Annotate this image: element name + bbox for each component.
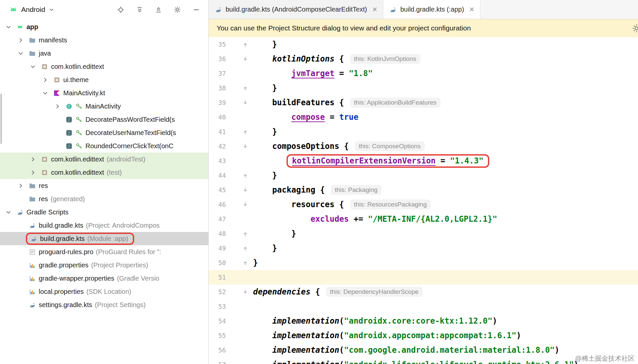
editor-tab-1[interactable]: build.gradle.kts (AndroidComposeClearEdi… bbox=[209, 0, 383, 19]
fold-marker-icon[interactable] bbox=[226, 100, 253, 106]
properties-icon bbox=[29, 275, 36, 282]
code-line-39[interactable]: 39 buildFeatures {this: ApplicationBuild… bbox=[209, 95, 638, 110]
tree-chevron-icon[interactable] bbox=[30, 60, 41, 73]
inlay-hint: this: ApplicationBuildFeatures bbox=[350, 98, 441, 108]
project-view-selector[interactable]: Android bbox=[9, 6, 54, 14]
tree-chevron-icon[interactable] bbox=[5, 20, 17, 33]
tree-item-manifests[interactable]: manifests bbox=[0, 33, 208, 47]
tree-chevron-icon[interactable] bbox=[54, 100, 66, 113]
code-line-43[interactable]: 43 kotlinCompilerExtensionVersion = "1.4… bbox=[209, 154, 638, 168]
code-line-57[interactable]: 57 implementation("androidx.lifecycle:li… bbox=[209, 357, 638, 364]
line-number: 35 bbox=[209, 37, 226, 52]
banner-settings-gear-icon[interactable] bbox=[632, 24, 638, 33]
inlay-hint: this: Packaging bbox=[331, 185, 382, 195]
fold-marker-icon[interactable] bbox=[226, 289, 253, 295]
tree-item-annotation: (generated) bbox=[51, 195, 85, 203]
tree-scrollbar[interactable] bbox=[0, 94, 2, 144]
key-icon bbox=[76, 103, 82, 110]
notification-banner: You can use the Project Structure dialog… bbox=[209, 19, 638, 37]
fold-marker-icon[interactable] bbox=[226, 56, 253, 62]
fold-marker-icon[interactable] bbox=[226, 260, 253, 266]
code-line-41[interactable]: 41 } bbox=[209, 124, 638, 139]
code-line-48[interactable]: 48 } bbox=[209, 226, 638, 241]
tree-item-decoratepasswordtextfield-s[interactable]: fDecoratePassWordTextField(s bbox=[0, 113, 208, 126]
code-editor[interactable]: 35 }36 kotlinOptions {this: KotlinJvmOpt… bbox=[209, 37, 638, 364]
code-line-52[interactable]: 52dependencies {this: DependencyHandlerS… bbox=[209, 285, 638, 299]
code-line-51[interactable]: 51 bbox=[209, 270, 638, 285]
code-line-37[interactable]: 37 jvmTarget = "1.8" bbox=[209, 66, 638, 81]
fold-marker-icon[interactable] bbox=[226, 172, 253, 179]
tree-item-gradle-wrapper.properties[interactable]: gradle-wrapper.properties(Gradle Versio bbox=[0, 272, 208, 285]
code-line-40[interactable]: 40 compose = true bbox=[209, 110, 638, 124]
tree-item-settings.gradle.kts[interactable]: settings.gradle.kts(Project Settings) bbox=[0, 298, 208, 311]
code-line-45[interactable]: 45 packaging {this: Packaging bbox=[209, 183, 638, 197]
code-line-42[interactable]: 42 composeOptions {this: ComposeOptions bbox=[209, 139, 638, 154]
code-line-49[interactable]: 49 } bbox=[209, 241, 638, 255]
code-line-53[interactable]: 53 bbox=[209, 299, 638, 314]
fold-marker-icon[interactable] bbox=[226, 143, 253, 150]
fold-marker-icon[interactable] bbox=[226, 41, 253, 48]
code-line-36[interactable]: 36 kotlinOptions {this: KotlinJvmOptions bbox=[209, 52, 638, 66]
line-number: 56 bbox=[209, 343, 226, 357]
tree-chevron-icon[interactable] bbox=[30, 153, 41, 166]
code-line-38[interactable]: 38 } bbox=[209, 81, 638, 95]
fold-marker-icon[interactable] bbox=[226, 85, 253, 91]
tree-item-proguard-rules.pro[interactable]: proguard-rules.pro(ProGuard Rules for ": bbox=[0, 245, 208, 258]
code-line-35[interactable]: 35 } bbox=[209, 37, 638, 52]
code-line-55[interactable]: 55 implementation("androidx.appcompat:ap… bbox=[209, 328, 638, 343]
tree-item-label: manifests bbox=[39, 36, 67, 44]
tree-item-app[interactable]: app bbox=[0, 20, 208, 33]
tree-chevron-icon[interactable] bbox=[5, 205, 17, 219]
editor-tab-2[interactable]: build.gradle.kts (:app)× bbox=[383, 0, 480, 19]
package-icon bbox=[41, 156, 48, 163]
tree-chevron-icon[interactable] bbox=[18, 47, 29, 60]
collapse-all-icon[interactable] bbox=[155, 6, 162, 13]
fold-marker-icon[interactable] bbox=[226, 231, 253, 237]
tree-chevron-icon[interactable] bbox=[42, 86, 53, 100]
tree-chevron-spacer bbox=[54, 139, 66, 153]
close-tab-icon[interactable]: × bbox=[372, 5, 377, 14]
tree-item-mainactivity.kt[interactable]: MainActivity.kt bbox=[0, 86, 208, 100]
tree-item-com.kotlin.edittext[interactable]: com.kotlin.edittext(test) bbox=[0, 166, 208, 179]
code-line-46[interactable]: 46 resources {this: ResourcesPackaging bbox=[209, 197, 638, 212]
code-line-54[interactable]: 54 implementation("androidx.core:core-kt… bbox=[209, 314, 638, 328]
tree-item-com.kotlin.edittext[interactable]: com.kotlin.edittext bbox=[0, 60, 208, 73]
expand-all-icon[interactable] bbox=[136, 6, 143, 13]
hide-panel-icon[interactable] bbox=[193, 6, 200, 13]
tree-item-build.gradle.kts[interactable]: build.gradle.kts(Project: AndroidCompos bbox=[0, 219, 208, 232]
tree-chevron-icon[interactable] bbox=[30, 166, 41, 179]
tree-item-mainactivity[interactable]: CMainActivity bbox=[0, 100, 208, 113]
code-line-50[interactable]: 50} bbox=[209, 255, 638, 270]
tree-item-label: res bbox=[39, 195, 48, 203]
tree-item-java[interactable]: java bbox=[0, 47, 208, 60]
tree-item-gradle-scripts[interactable]: Gradle Scripts bbox=[0, 205, 208, 219]
locate-file-icon[interactable] bbox=[117, 6, 124, 13]
tree-item-com.kotlin.edittext[interactable]: com.kotlin.edittext(androidTest) bbox=[0, 153, 208, 166]
line-number: 37 bbox=[209, 66, 226, 81]
fold-marker-icon[interactable] bbox=[226, 129, 253, 135]
tree-chevron-icon[interactable] bbox=[42, 73, 53, 86]
tree-item-label: DecorateUserNameTextField(s bbox=[85, 129, 176, 137]
tree-item-label: app bbox=[27, 23, 38, 31]
fold-marker-icon[interactable] bbox=[226, 245, 253, 251]
tree-item-gradle.properties[interactable]: gradle.properties(Project Properties) bbox=[0, 258, 208, 272]
tree-item-res[interactable]: res(generated) bbox=[0, 192, 208, 205]
settings-gear-icon[interactable] bbox=[174, 6, 181, 13]
fold-marker-icon[interactable] bbox=[226, 187, 253, 193]
tree-item-local.properties[interactable]: local.properties(SDK Location) bbox=[0, 285, 208, 298]
tree-item-build.gradle.kts[interactable]: build.gradle.kts(Module :app) bbox=[0, 232, 208, 245]
tree-item-res[interactable]: res bbox=[0, 179, 208, 192]
code-line-47[interactable]: 47 excludes += "/META-INF/{AL2.0,LGPL2.1… bbox=[209, 212, 638, 226]
tree-item-ui.theme[interactable]: ui.theme bbox=[0, 73, 208, 86]
close-tab-icon[interactable]: × bbox=[469, 5, 474, 14]
code-line-44[interactable]: 44 } bbox=[209, 168, 638, 183]
tree-item-roundedcornerclicktext-onc[interactable]: fRoundedCornerClickText(onC bbox=[0, 139, 208, 153]
tree-chevron-icon[interactable] bbox=[18, 179, 29, 192]
code-line-56[interactable]: 56 implementation("com.google.android.ma… bbox=[209, 343, 638, 357]
tree-item-decorateusernametextfield-s[interactable]: fDecorateUserNameTextField(s bbox=[0, 126, 208, 139]
fold-marker-icon[interactable] bbox=[226, 202, 253, 208]
gradle-icon bbox=[29, 222, 36, 229]
key-icon bbox=[76, 116, 82, 123]
tree-chevron-icon[interactable] bbox=[18, 33, 29, 47]
tree-item-label: Gradle Scripts bbox=[27, 208, 69, 216]
